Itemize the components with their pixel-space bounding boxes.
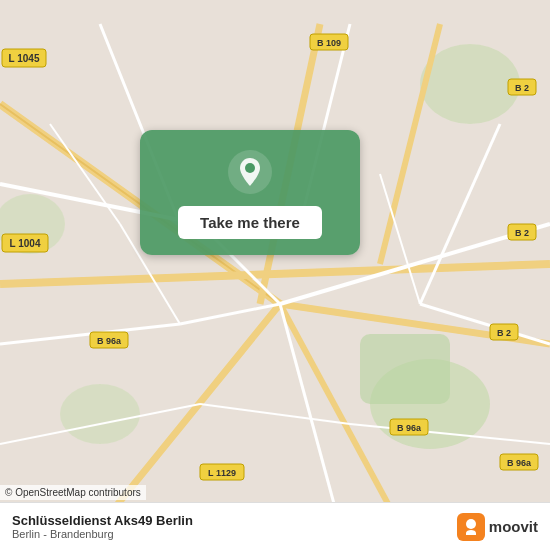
svg-point-51 — [245, 163, 255, 173]
bottom-bar: Schlüsseldienst Aks49 Berlin Berlin - Br… — [0, 502, 550, 550]
place-subtitle: Berlin - Brandenburg — [12, 528, 193, 540]
moovit-text: moovit — [489, 518, 538, 535]
map-container: L 1045 L 1004 B 96a B 96a B 96a B 109 B … — [0, 0, 550, 550]
svg-text:B 2: B 2 — [497, 328, 511, 338]
map-background: L 1045 L 1004 B 96a B 96a B 96a B 109 B … — [0, 0, 550, 550]
place-info: Schlüsseldienst Aks49 Berlin Berlin - Br… — [12, 513, 193, 540]
svg-text:L 1129: L 1129 — [208, 468, 236, 478]
place-name: Schlüsseldienst Aks49 Berlin — [12, 513, 193, 528]
take-me-there-card: Take me there — [140, 130, 360, 255]
location-pin-icon — [228, 150, 272, 194]
svg-point-53 — [466, 519, 476, 529]
svg-text:B 109: B 109 — [317, 38, 341, 48]
svg-text:B 96a: B 96a — [507, 458, 532, 468]
take-me-there-button[interactable]: Take me there — [178, 206, 322, 239]
svg-text:B 96a: B 96a — [397, 423, 422, 433]
svg-text:B 2: B 2 — [515, 228, 529, 238]
svg-text:B 96a: B 96a — [97, 336, 122, 346]
svg-text:L 1004: L 1004 — [10, 238, 41, 249]
svg-rect-4 — [360, 334, 450, 404]
moovit-icon — [457, 513, 485, 541]
moovit-logo: moovit — [457, 513, 538, 541]
map-attribution: © OpenStreetMap contributors — [0, 485, 146, 500]
svg-point-5 — [60, 384, 140, 444]
svg-text:L 1045: L 1045 — [9, 53, 40, 64]
svg-text:B 2: B 2 — [515, 83, 529, 93]
